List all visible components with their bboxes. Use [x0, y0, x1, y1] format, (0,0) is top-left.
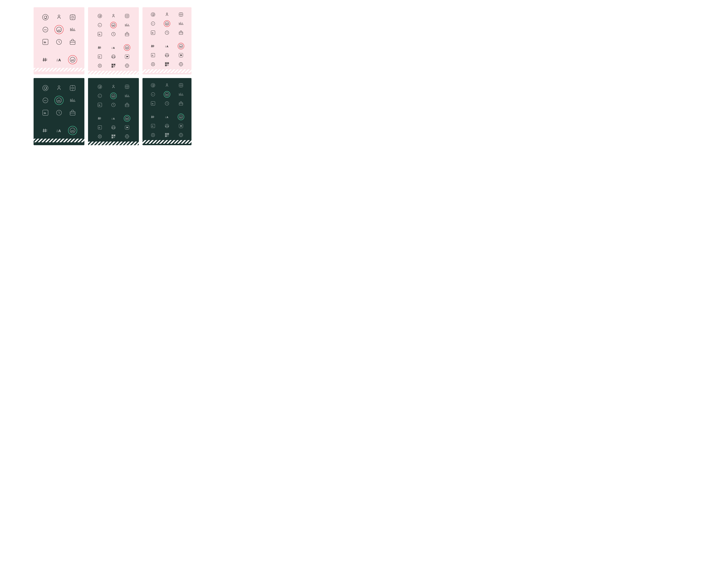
imo-icon-dark: imo: [41, 96, 50, 105]
svg-text:i: i: [57, 58, 58, 62]
play-dark-sm: [124, 124, 130, 131]
svg-rect-116: [168, 63, 168, 64]
at-dark-sm: [97, 83, 103, 90]
svg-point-154: [126, 86, 128, 87]
svg-rect-117: [166, 65, 166, 66]
qr-icon-sm: [110, 62, 117, 69]
svg-point-178: [111, 126, 115, 129]
bag-dark-xs: [178, 100, 184, 107]
svg-point-123: [180, 64, 182, 65]
imo-icon-sm: imo: [97, 22, 103, 28]
hashtag-icon-cell: [41, 55, 50, 64]
svg-text:A: A: [113, 46, 115, 49]
svg-rect-115: [166, 63, 166, 64]
lastfm-dark-sm2-highlighted: [124, 115, 130, 122]
spacer-dark-medium: [93, 110, 134, 115]
svg-text:in: in: [152, 32, 153, 34]
ia-dark-xs: i A: [164, 113, 170, 120]
bottom-row: imo: [34, 78, 191, 145]
pink-card-small: imo: [143, 7, 191, 75]
icon-grid-small-top: imo: [146, 11, 188, 36]
settings-circle-icon-sm: [124, 13, 130, 19]
lastfm-icon-xs-highlighted: [164, 20, 170, 27]
clock-dark-xs: [164, 100, 170, 107]
top-row: imo: [34, 7, 191, 75]
icon-grid-medium-top: imo: [93, 13, 134, 37]
svg-point-55: [112, 56, 113, 56]
hashtag-dark-sm2: [97, 115, 103, 122]
emoji-icon-sm: [110, 54, 117, 60]
at-icon-xs: [150, 11, 156, 18]
svg-rect-167: [125, 104, 129, 107]
emoji-icon-xs: [164, 52, 170, 59]
lastfm-icon-dark-highlighted: [55, 96, 64, 105]
svg-rect-190: [112, 135, 113, 136]
spacer-medium: [93, 39, 134, 44]
dark-card-medium: imo: [88, 78, 139, 145]
svg-rect-240: [168, 133, 168, 134]
ia-icon-dark: i A: [55, 126, 64, 135]
dark-medium-zigzag: [88, 142, 139, 145]
ai-icon-sm: Ai: [97, 54, 103, 60]
svg-point-201: [166, 84, 167, 85]
svg-text:imo: imo: [44, 100, 47, 102]
clock-icon-sm: [110, 31, 117, 37]
bag-icon-xs: [178, 29, 184, 36]
svg-point-186: [98, 135, 102, 138]
clock-dark-sm: [110, 102, 117, 108]
svg-point-27: [98, 14, 102, 18]
svg-marker-109: [181, 54, 182, 56]
ai-dark-xs: Ai: [150, 123, 156, 129]
gear2-dark-xs: [150, 132, 156, 138]
svg-point-103: [165, 54, 169, 57]
gear2-icon-xs: [150, 61, 156, 67]
svg-text:i: i: [111, 117, 112, 120]
svg-point-198: [126, 136, 128, 138]
lastfm-dark-sm-highlighted: [110, 92, 117, 99]
svg-point-7: [57, 27, 62, 32]
svg-text:A: A: [166, 45, 168, 48]
bag-icon-dark: [68, 108, 77, 117]
ia-icon-cell: i A: [55, 55, 64, 64]
icon-grid-dark-small-bottom: i A Ai: [146, 113, 188, 138]
pink-large-zigzag: [34, 68, 84, 71]
dark-card-large: imo: [34, 78, 84, 145]
svg-point-126: [58, 86, 60, 87]
svg-point-228: [166, 125, 166, 126]
lastfm-icon-xs2-highlighted: [178, 43, 184, 49]
svg-line-94: [151, 45, 152, 47]
imo-dark-xs: imo: [150, 91, 156, 98]
ornament-dark-xs: [164, 82, 170, 88]
lastfm-icon-sm-highlighted: [110, 22, 117, 28]
gear2-icon-sm: [97, 62, 103, 69]
svg-line-19: [43, 58, 44, 62]
svg-point-56: [114, 56, 115, 56]
svg-text:in: in: [99, 34, 100, 35]
bag-dark-sm: [124, 102, 130, 108]
svg-marker-233: [181, 125, 182, 127]
svg-text:imo: imo: [44, 29, 47, 31]
spacer-large: [39, 50, 79, 55]
svg-rect-153: [125, 85, 129, 88]
linkedin-icon-dark: in: [41, 108, 50, 117]
bars-icon-sm: [124, 22, 130, 28]
ia-icon-xs: i A: [164, 43, 170, 49]
circle-arrow-dark-sm: [124, 133, 130, 140]
svg-text:A: A: [58, 58, 61, 62]
lastfm-dark-xs-highlighted: [164, 91, 170, 98]
circle-arrow-dark-xs: [178, 132, 184, 138]
settings-dark-xs: [178, 82, 184, 88]
svg-rect-127: [70, 85, 75, 90]
lastfm-icon-sm2-highlighted: [124, 44, 130, 51]
svg-rect-66: [112, 64, 113, 65]
svg-rect-202: [179, 83, 183, 87]
lastfm-dark-xs2-highlighted: [178, 113, 184, 120]
svg-rect-241: [166, 136, 166, 136]
lastfm-icon-cell-highlighted: [55, 25, 64, 34]
svg-text:in: in: [99, 104, 100, 106]
svg-text:A: A: [166, 116, 168, 119]
imo-icon-cell: imo: [41, 25, 50, 34]
clock-icon-dark: [55, 108, 64, 117]
svg-point-54: [111, 55, 115, 59]
svg-point-234: [152, 134, 154, 135]
